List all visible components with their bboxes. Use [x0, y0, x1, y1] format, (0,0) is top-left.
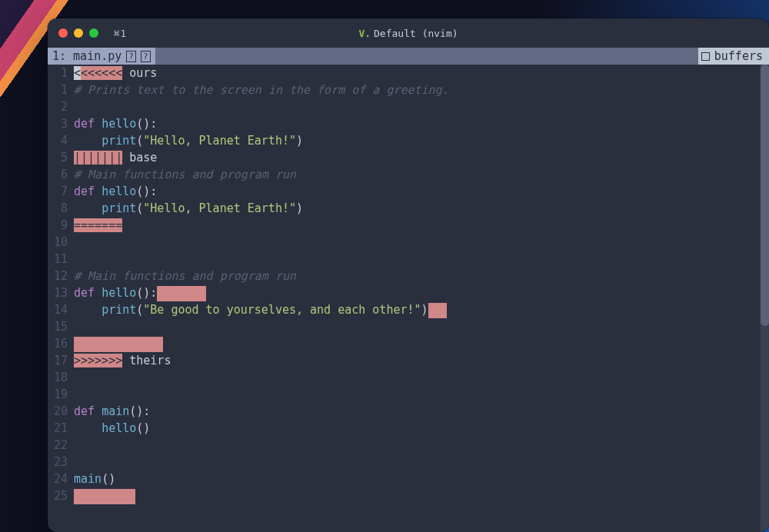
merge-marker-base: ||||||| — [74, 151, 122, 165]
merge-marker-sep: ======= — [74, 218, 122, 232]
code-line[interactable]: 12# Main functions and program run — [48, 268, 760, 284]
comment-token: # Main functions and program run — [74, 168, 296, 181]
code-line[interactable]: 1<<<<<<< ours — [48, 65, 760, 81]
code-line[interactable]: 3def hello(): — [48, 115, 760, 132]
function-name-token: hello — [102, 185, 136, 198]
titlebar: ⌘1 V.Default (nvim) — [48, 18, 769, 48]
code-line[interactable]: 19 — [48, 386, 760, 403]
string-token: "Hello, Planet Earth!" — [143, 134, 296, 148]
gutter-line-number: 1 — [48, 65, 74, 81]
code-line[interactable]: 17>>>>>>> theirs — [48, 352, 760, 369]
buffer-tab-main[interactable]: 1: main.py ? ? — [48, 48, 155, 65]
gutter-line-number: 2 — [48, 98, 74, 115]
code-content: # Main functions and program run — [74, 268, 760, 284]
terminal-window: ⌘1 V.Default (nvim) 1: main.py ? ? buffe… — [48, 18, 769, 532]
code-content: hello() — [74, 420, 760, 437]
call-token: hello — [102, 421, 136, 435]
gutter-line-number: 19 — [48, 386, 74, 403]
code-content — [74, 487, 760, 504]
code-line[interactable]: 14 print("Be good to yourselves, and eac… — [48, 301, 760, 318]
editor-wrap: 1<<<<<<< ours1# Prints text to the scree… — [48, 65, 769, 532]
close-icon[interactable] — [58, 28, 68, 38]
code-line[interactable]: 18 — [48, 369, 760, 386]
code-line[interactable]: 22 — [48, 437, 760, 454]
buffers-icon — [701, 52, 710, 61]
code-line[interactable]: 2 — [48, 98, 760, 115]
gutter-line-number: 9 — [48, 217, 74, 234]
window-title-text: Default (nvim) — [374, 28, 458, 39]
scrollbar[interactable] — [760, 65, 769, 532]
gutter-line-number: 14 — [48, 301, 74, 318]
code-content — [74, 454, 760, 470]
gutter-line-number: 12 — [48, 268, 74, 284]
code-line[interactable]: 4 print("Hello, Planet Earth!") — [48, 132, 760, 149]
diff-highlight — [74, 489, 135, 504]
gutter-line-number: 15 — [48, 318, 74, 335]
code-line[interactable]: 13def hello(): — [48, 284, 760, 301]
minimize-icon[interactable] — [74, 28, 83, 38]
code-line[interactable]: 1# Prints text to the screen in the form… — [48, 81, 760, 98]
code-line[interactable]: 5||||||| base — [48, 149, 760, 166]
code-line[interactable]: 20def main(): — [48, 403, 760, 420]
gutter-line-number: 6 — [48, 166, 74, 183]
code-line[interactable]: 23 — [48, 454, 760, 470]
code-line[interactable]: 21 hello() — [48, 420, 760, 437]
code-content — [74, 234, 760, 251]
bufferline-right-label: buffers — [714, 49, 763, 63]
merge-label: ours — [122, 66, 157, 80]
tab-indicator: ⌘1 — [114, 28, 127, 39]
code-line[interactable]: 24main() — [48, 470, 760, 487]
code-content — [74, 98, 760, 115]
code-content — [74, 335, 760, 352]
merge-label: theirs — [122, 354, 171, 367]
comment-token: # Prints text to the screen in the form … — [74, 83, 449, 97]
gutter-line-number: 23 — [48, 454, 74, 470]
gutter-line-number: 22 — [48, 437, 74, 454]
editor[interactable]: 1<<<<<<< ours1# Prints text to the scree… — [48, 65, 760, 532]
string-token: "Be good to yourselves, and each other!" — [143, 303, 421, 317]
diff-highlight — [157, 286, 206, 301]
gutter-line-number: 24 — [48, 470, 74, 487]
gutter-line-number: 3 — [48, 115, 74, 132]
code-content: def hello(): — [74, 284, 760, 301]
comment-token: # Main functions and program run — [74, 269, 296, 283]
cursor: < — [74, 66, 81, 80]
code-line[interactable]: 8 print("Hello, Planet Earth!") — [48, 200, 760, 217]
function-name-token: main — [102, 404, 129, 418]
code-line[interactable]: 10 — [48, 234, 760, 251]
bufferline-right[interactable]: buffers — [698, 48, 769, 65]
merge-marker-ours: <<<<<< — [81, 66, 122, 80]
vim-logo-icon: V. — [358, 28, 371, 39]
gutter-line-number: 1 — [48, 81, 74, 98]
merge-marker-theirs: >>>>>>> — [74, 354, 122, 367]
code-content: main() — [74, 470, 760, 487]
code-content: # Prints text to the screen in the form … — [74, 81, 760, 98]
code-line[interactable]: 9======= — [48, 217, 760, 234]
code-line[interactable]: 16 — [48, 335, 760, 352]
code-content — [74, 386, 760, 403]
code-line[interactable]: 25 — [48, 487, 760, 504]
code-content: def hello(): — [74, 115, 760, 132]
buffer-filename: main.py — [73, 49, 122, 63]
bufferline: 1: main.py ? ? buffers — [48, 48, 769, 65]
code-line[interactable]: 7def hello(): — [48, 183, 760, 200]
function-name-token: hello — [102, 117, 136, 131]
scroll-thumb[interactable] — [761, 65, 769, 326]
code-content — [74, 369, 760, 386]
keyword-token: def — [74, 185, 95, 198]
code-content — [74, 437, 760, 454]
call-token: print — [102, 201, 136, 215]
diff-highlight — [74, 337, 163, 352]
code-line[interactable]: 15 — [48, 318, 760, 335]
code-line[interactable]: 11 — [48, 251, 760, 268]
code-content: >>>>>>> theirs — [74, 352, 760, 369]
keyword-token: def — [74, 286, 95, 300]
code-content: print("Hello, Planet Earth!") — [74, 200, 760, 217]
code-content: ======= — [74, 217, 760, 234]
call-token: print — [102, 134, 136, 148]
gutter-line-number: 11 — [48, 251, 74, 268]
zoom-icon[interactable] — [89, 28, 98, 38]
code-content: ||||||| base — [74, 149, 760, 166]
code-line[interactable]: 6# Main functions and program run — [48, 166, 760, 183]
gutter-line-number: 25 — [48, 487, 74, 504]
